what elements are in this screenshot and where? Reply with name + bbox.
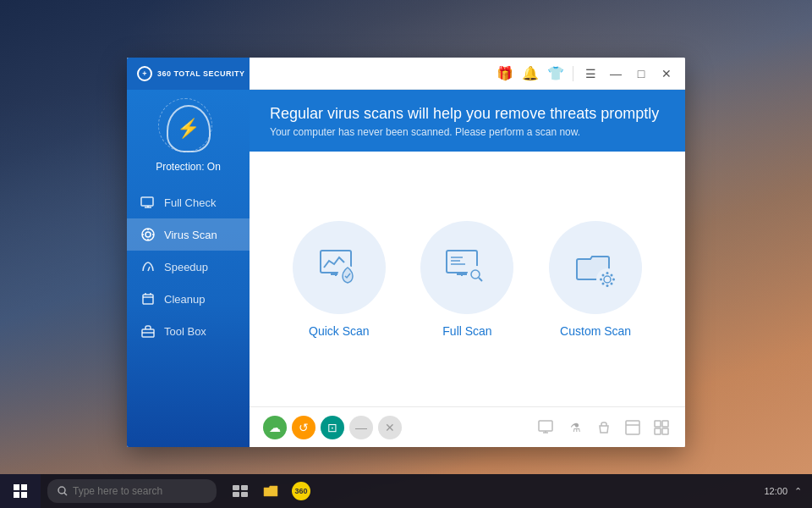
minimize-button[interactable]: — — [604, 62, 628, 86]
360-app-icon[interactable]: 360 — [288, 478, 315, 505]
svg-point-37 — [602, 282, 605, 284]
sidebar-item-speedup[interactable]: Speedup — [127, 251, 250, 283]
quick-scan-circle — [293, 221, 386, 314]
sidebar-item-full-check[interactable]: Full Check — [127, 186, 250, 218]
svg-rect-56 — [233, 492, 239, 497]
maximize-button[interactable]: □ — [629, 62, 653, 86]
sidebar-logo: ⚡ — [163, 103, 214, 154]
taskbar-search-box[interactable] — [47, 479, 217, 503]
app-logo: + — [137, 66, 152, 81]
refresh-icon[interactable]: ↺ — [292, 416, 315, 439]
taskbar-right: 12:00 ⌃ — [764, 486, 812, 497]
sidebar-label-speedup: Speedup — [164, 261, 208, 273]
system-icons: ⌃ — [794, 486, 802, 497]
minus-icon[interactable]: — — [349, 416, 373, 439]
svg-point-33 — [600, 278, 602, 280]
svg-point-31 — [606, 272, 609, 274]
taskbar-pinned-icons: 360 — [227, 478, 315, 505]
custom-scan-label: Custom Scan — [560, 324, 631, 338]
scan-banner: Regular virus scans will help you remove… — [250, 90, 685, 152]
menu-icon[interactable]: ☰ — [579, 62, 602, 86]
full-scan-circle — [420, 221, 513, 314]
svg-line-53 — [64, 493, 67, 495]
close-button[interactable]: ✕ — [655, 62, 678, 86]
sidebar-item-cleanup[interactable]: Cleanup — [127, 283, 250, 315]
svg-rect-39 — [539, 421, 552, 431]
bag-icon[interactable] — [594, 417, 614, 438]
svg-rect-44 — [655, 421, 661, 427]
full-scan-option[interactable]: Full Scan — [420, 221, 513, 338]
monitor-icon[interactable] — [536, 417, 557, 438]
svg-rect-46 — [655, 428, 661, 434]
svg-point-52 — [58, 487, 65, 494]
svg-point-3 — [142, 229, 154, 240]
scan-area: Quick Scan — [250, 152, 685, 406]
svg-rect-55 — [241, 485, 248, 490]
toolbox-icon — [140, 323, 156, 339]
title-bar: + 360 TOTAL SECURITY 🎁 🔔 👕 ☰ — □ ✕ — [127, 58, 685, 90]
svg-point-35 — [602, 273, 605, 276]
bottom-right-icons: ⚗ — [536, 417, 672, 438]
svg-line-9 — [148, 267, 150, 271]
grid2-icon[interactable] — [651, 417, 672, 438]
x-icon[interactable]: ✕ — [378, 416, 402, 439]
full-scan-label: Full Scan — [442, 324, 491, 338]
sidebar-label-tool-box: Tool Box — [164, 325, 206, 338]
task-view-icon[interactable] — [227, 478, 254, 505]
app-window: + 360 TOTAL SECURITY 🎁 🔔 👕 ☰ — □ ✕ ⚡ Pr — [127, 58, 685, 447]
right-panel: Regular virus scans will help you remove… — [250, 90, 685, 447]
title-bar-actions: 🎁 🔔 👕 ☰ — □ ✕ — [493, 62, 685, 86]
svg-rect-48 — [14, 484, 19, 490]
title-divider — [573, 66, 573, 81]
shirt-icon[interactable]: 👕 — [544, 62, 568, 86]
svg-rect-49 — [21, 484, 27, 490]
custom-scan-circle — [549, 221, 642, 314]
svg-rect-50 — [14, 492, 19, 498]
banner-title: Regular virus scans will help you remove… — [270, 105, 665, 123]
svg-rect-51 — [21, 492, 27, 498]
svg-rect-54 — [233, 485, 239, 490]
sidebar-nav: Full Check Virus Scan — [127, 186, 250, 347]
sidebar: ⚡ Protection: On Full Check — [127, 90, 250, 447]
protection-status: Protection: On — [156, 161, 221, 173]
taskbar: 360 12:00 ⌃ — [0, 474, 812, 508]
svg-point-32 — [606, 284, 609, 287]
sidebar-label-virus-scan: Virus Scan — [164, 229, 217, 241]
svg-point-38 — [611, 273, 613, 276]
shield-icon: ⚡ — [167, 105, 211, 152]
sidebar-item-virus-scan[interactable]: Virus Scan — [127, 218, 250, 251]
grid-icon[interactable]: ⊡ — [321, 416, 344, 439]
virus-scan-icon — [140, 227, 156, 242]
sidebar-item-tool-box[interactable]: Tool Box — [127, 315, 250, 347]
quick-scan-option[interactable]: Quick Scan — [293, 221, 386, 338]
sidebar-label-full-check: Full Check — [164, 196, 216, 209]
svg-rect-57 — [241, 492, 248, 497]
bolt-icon: ⚡ — [177, 118, 200, 140]
cleanup-icon — [140, 291, 156, 306]
window-icon[interactable] — [623, 417, 643, 438]
bottom-toolbar: ☁ ↺ ⊡ — ✕ ⚗ — [250, 406, 685, 447]
svg-rect-0 — [141, 197, 153, 206]
gift-icon[interactable]: 🎁 — [493, 62, 517, 86]
title-bar-brand: + 360 TOTAL SECURITY — [127, 58, 250, 90]
svg-rect-42 — [626, 421, 639, 434]
system-time: 12:00 — [764, 486, 787, 496]
svg-point-34 — [612, 278, 615, 280]
flask-icon[interactable]: ⚗ — [565, 417, 585, 438]
svg-point-4 — [145, 232, 151, 237]
app-title: 360 TOTAL SECURITY — [157, 69, 245, 78]
svg-point-36 — [611, 282, 613, 284]
cloud-icon[interactable]: ☁ — [263, 416, 287, 439]
bell-icon[interactable]: 🔔 — [518, 62, 542, 86]
start-button[interactable] — [0, 474, 41, 508]
quick-scan-label: Quick Scan — [309, 324, 370, 338]
svg-rect-45 — [662, 421, 668, 427]
bottom-left-icons: ☁ ↺ ⊡ — ✕ — [263, 416, 402, 439]
full-check-icon — [140, 195, 156, 210]
main-content: ⚡ Protection: On Full Check — [127, 90, 685, 447]
taskbar-search-input[interactable] — [73, 485, 191, 497]
file-explorer-icon[interactable] — [257, 478, 284, 505]
custom-scan-option[interactable]: Custom Scan — [549, 221, 642, 338]
svg-rect-10 — [143, 295, 153, 304]
speedup-icon — [140, 259, 156, 274]
